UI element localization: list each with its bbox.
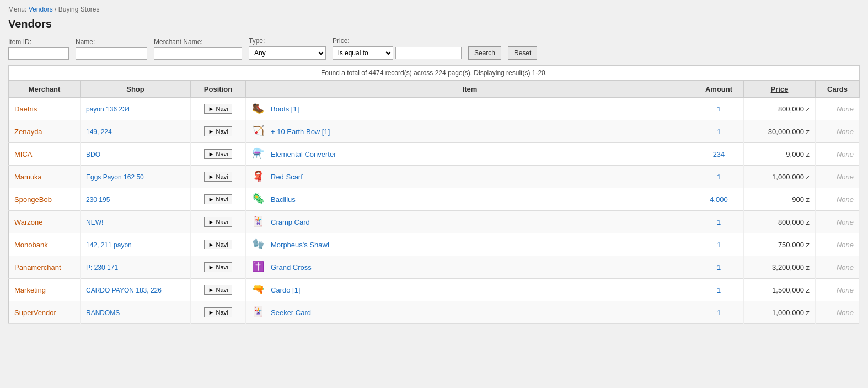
table-row: Mamuka Eggs Payon 162 50 ► Navi 🧣 Red Sc…: [9, 166, 860, 188]
amount-cell: 1: [694, 166, 744, 188]
item-icon: 🧣: [251, 170, 265, 183]
col-amount: Amount: [694, 81, 744, 98]
merchant-link[interactable]: MICA: [14, 150, 33, 158]
price-cell: 1,000,000 z: [744, 301, 816, 324]
navi-button[interactable]: ► Navi: [204, 262, 233, 272]
search-bar: Item ID: Name: Merchant Name: Type: Any …: [8, 37, 860, 60]
item-link[interactable]: Seeker Card: [271, 309, 311, 317]
type-label: Type:: [249, 37, 326, 45]
amount-link[interactable]: 4,000: [710, 195, 728, 204]
amount-link[interactable]: 1: [717, 218, 721, 226]
item-icon: 🃏: [251, 306, 265, 319]
item-cell: 🃏 Cramp Card: [246, 211, 694, 233]
price-operator-select[interactable]: is equal to is less than is greater than: [333, 46, 393, 60]
amount-cell: 1: [694, 301, 744, 324]
merchant-link[interactable]: Monobank: [14, 241, 48, 249]
navi-button[interactable]: ► Navi: [204, 149, 233, 159]
merchant-name-input[interactable]: [154, 47, 242, 60]
breadcrumb: Menu: Vendors / Buying Stores: [8, 6, 860, 13]
navi-button[interactable]: ► Navi: [204, 285, 233, 295]
item-link[interactable]: Bacillus: [271, 195, 296, 204]
amount-link[interactable]: 1: [717, 105, 721, 113]
item-link[interactable]: Grand Cross: [271, 263, 312, 272]
reset-button[interactable]: Reset: [508, 46, 537, 60]
merchant-cell: Mamuka: [9, 166, 81, 188]
merchant-link[interactable]: Marketing: [14, 286, 46, 294]
item-link[interactable]: Cramp Card: [271, 218, 310, 226]
amount-link[interactable]: 1: [717, 309, 721, 317]
item-cell: 🔫 Cardo [1]: [246, 279, 694, 301]
cards-cell: None: [816, 188, 860, 211]
shop-cell: payon 136 234: [81, 98, 191, 120]
merchant-link[interactable]: Panamerchant: [14, 263, 61, 272]
cards-cell: None: [816, 166, 860, 188]
merchant-link[interactable]: Daetris: [14, 105, 37, 113]
merchant-link[interactable]: Zenayda: [14, 127, 42, 136]
shop-cell: 230 195: [81, 188, 191, 211]
item-cell: 🃏 Seeker Card: [246, 301, 694, 324]
item-link[interactable]: + 10 Earth Bow [1]: [271, 127, 330, 136]
navi-button[interactable]: ► Navi: [204, 240, 233, 249]
navi-button[interactable]: ► Navi: [204, 172, 233, 182]
position-cell: ► Navi: [191, 143, 246, 166]
name-input[interactable]: [76, 47, 147, 60]
item-icon: ✝️: [251, 261, 265, 274]
cards-cell: None: [816, 143, 860, 166]
amount-cell: 1: [694, 98, 744, 120]
type-select[interactable]: Any Weapon Armor Card Misc: [249, 46, 326, 60]
amount-link[interactable]: 1: [717, 263, 721, 272]
merchant-link[interactable]: Warzone: [14, 218, 43, 226]
amount-cell: 1: [694, 211, 744, 233]
merchant-cell: Warzone: [9, 211, 81, 233]
amount-link[interactable]: 1: [717, 173, 721, 181]
item-link[interactable]: Red Scarf: [271, 173, 303, 181]
amount-link[interactable]: 234: [713, 150, 725, 158]
item-link[interactable]: Morpheus's Shawl: [271, 241, 329, 249]
cards-cell: None: [816, 233, 860, 256]
position-cell: ► Navi: [191, 279, 246, 301]
amount-link[interactable]: 1: [717, 127, 721, 136]
shop-link[interactable]: RANDOMS: [86, 309, 120, 317]
shop-link[interactable]: NEW!: [86, 219, 103, 226]
shop-cell: 149, 224: [81, 120, 191, 143]
amount-link[interactable]: 1: [717, 286, 721, 294]
navi-button[interactable]: ► Navi: [204, 194, 233, 204]
item-link[interactable]: Elemental Converter: [271, 150, 336, 158]
search-button[interactable]: Search: [468, 46, 501, 60]
cards-cell: None: [816, 279, 860, 301]
shop-link[interactable]: 149, 224: [86, 128, 112, 136]
item-id-input[interactable]: [8, 47, 69, 60]
position-cell: ► Navi: [191, 256, 246, 279]
navi-button[interactable]: ► Navi: [204, 104, 233, 114]
shop-link[interactable]: Eggs Payon 162 50: [86, 173, 144, 181]
position-cell: ► Navi: [191, 120, 246, 143]
shop-link[interactable]: payon 136 234: [86, 105, 130, 113]
table-row: SuperVendor RANDOMS ► Navi 🃏 Seeker Card…: [9, 301, 860, 324]
cards-cell: None: [816, 301, 860, 324]
shop-link[interactable]: CARDO PAYON 183, 226: [86, 286, 162, 294]
navi-button[interactable]: ► Navi: [204, 126, 233, 136]
navi-button[interactable]: ► Navi: [204, 307, 233, 317]
col-shop: Shop: [81, 81, 191, 98]
item-icon: 🔫: [251, 283, 265, 296]
shop-link[interactable]: BDO: [86, 151, 100, 158]
amount-link[interactable]: 1: [717, 241, 721, 249]
merchant-link[interactable]: SuperVendor: [14, 309, 56, 317]
shop-link[interactable]: P: 230 171: [86, 264, 118, 272]
shop-link[interactable]: 142, 211 payon: [86, 241, 132, 249]
price-cell: 1,500,000 z: [744, 279, 816, 301]
item-cell: 🥾 Boots [1]: [246, 98, 694, 120]
item-icon: 🏹: [251, 125, 265, 138]
item-link[interactable]: Boots [1]: [271, 105, 299, 113]
price-label: Price:: [333, 37, 462, 45]
item-link[interactable]: Cardo [1]: [271, 286, 300, 294]
price-cell: 3,200,000 z: [744, 256, 816, 279]
navi-button[interactable]: ► Navi: [204, 217, 233, 227]
cards-value: None: [837, 105, 854, 113]
merchant-link[interactable]: SpongeBob: [14, 195, 52, 204]
breadcrumb-vendors[interactable]: Vendors: [29, 6, 53, 13]
shop-link[interactable]: 230 195: [86, 196, 110, 204]
merchant-link[interactable]: Mamuka: [14, 173, 42, 181]
col-price[interactable]: Price: [744, 81, 816, 98]
price-value-input[interactable]: [395, 47, 462, 59]
